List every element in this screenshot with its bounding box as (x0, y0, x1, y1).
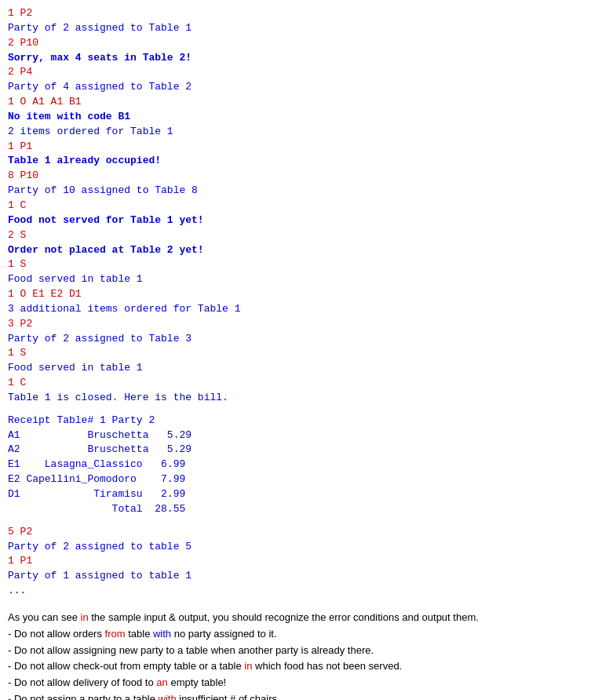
output-line: A1 Bruschetta 5.29 (8, 428, 594, 443)
output-line: Table 1 is closed. Here is the bill. (8, 391, 594, 406)
output-line: No item with code B1 (8, 110, 594, 125)
output-line: Food not served for Table 1 yet! (8, 213, 594, 228)
output-line: Sorry, max 4 seats in Table 2! (8, 51, 594, 66)
output-line: 1 P2 (8, 6, 594, 21)
output-line: Party of 1 assigned to table 1 (8, 569, 594, 584)
output-line: Total 28.55 (8, 502, 594, 517)
output-line: Order not placed at Table 2 yet! (8, 243, 594, 258)
output-line: 1 P1 (8, 554, 594, 569)
output-line: Party of 4 assigned to Table 2 (8, 80, 594, 95)
output-line: Food served in table 1 (8, 361, 594, 376)
output-line: Receipt Table# 1 Party 2 (8, 414, 594, 428)
output-line: Food served in table 1 (8, 272, 594, 287)
output-line: 8 P10 (8, 169, 594, 184)
spacer-line (8, 517, 594, 525)
output-line: Party of 2 assigned to table 5 (8, 540, 594, 555)
output-line: ... (8, 584, 594, 599)
output-line: 1 P1 (8, 140, 594, 155)
output-line: A2 Bruschetta 5.29 (8, 443, 594, 458)
desc-line-3: - Do not allow assigning new party to a … (8, 643, 594, 659)
output-line: 3 additional items ordered for Table 1 (8, 302, 594, 317)
output-line: 5 P2 (8, 525, 594, 540)
output-line: 1 O A1 A1 B1 (8, 95, 594, 110)
output-line: 3 P2 (8, 317, 594, 332)
output-line: 1 S (8, 346, 594, 361)
output-line: 2 items ordered for Table 1 (8, 125, 594, 140)
output-line: 2 P10 (8, 36, 594, 51)
output-line: 2 S (8, 228, 594, 243)
desc-line-2: - Do not allow orders from table with no… (8, 626, 594, 643)
output-line: 1 S (8, 257, 594, 272)
spacer-line (8, 406, 594, 414)
output-container: 1 P2Party of 2 assigned to Table 12 P10S… (8, 6, 594, 599)
output-line: Party of 2 assigned to Table 1 (8, 21, 594, 36)
desc-line-6: - Do not assign a party to a table with … (8, 691, 594, 700)
output-line: 1 C (8, 376, 594, 391)
output-line: Table 1 already occupied! (8, 154, 594, 169)
description-section: As you can see in the sample input & out… (8, 610, 594, 700)
desc-line-5: - Do not allow delivery of food to an em… (8, 675, 594, 691)
output-line: Party of 2 assigned to Table 3 (8, 332, 594, 347)
output-line: 1 C (8, 199, 594, 213)
output-line: E2 Capellini_Pomodoro 7.99 (8, 472, 594, 487)
output-line: 1 O E1 E2 D1 (8, 287, 594, 302)
output-line: 2 P4 (8, 65, 594, 80)
output-line: E1 Lasagna_Classico 6.99 (8, 458, 594, 472)
output-line: Party of 10 assigned to Table 8 (8, 184, 594, 199)
desc-line-4: - Do not allow check-out from empty tabl… (8, 658, 594, 675)
output-line: D1 Tiramisu 2.99 (8, 487, 594, 502)
desc-line-1: As you can see in the sample input & out… (8, 610, 594, 626)
